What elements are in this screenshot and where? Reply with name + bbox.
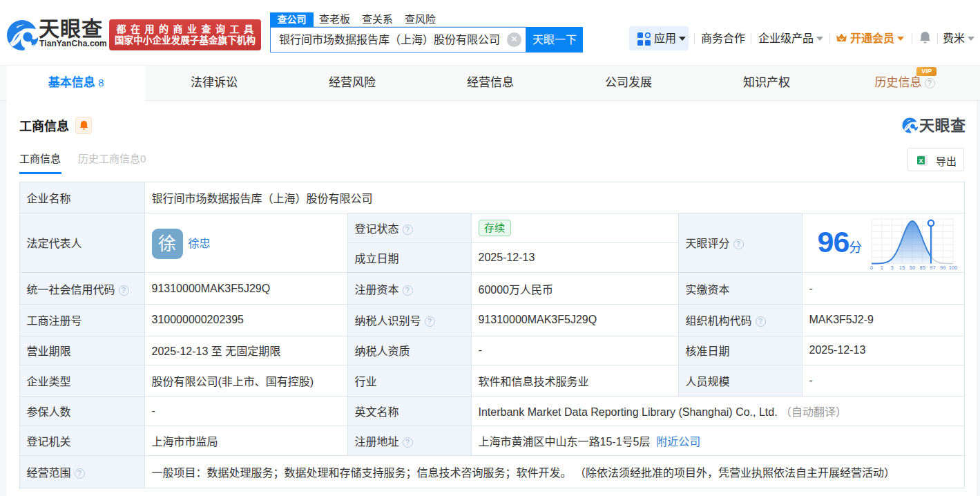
svg-text:97: 97 xyxy=(930,265,935,271)
svg-text:85: 85 xyxy=(919,265,925,271)
svg-text:1: 1 xyxy=(880,265,883,271)
svg-text:0: 0 xyxy=(869,265,872,271)
svg-text:3: 3 xyxy=(890,265,893,271)
svg-text:50: 50 xyxy=(909,265,914,271)
svg-text:99: 99 xyxy=(940,265,945,271)
svg-text:15: 15 xyxy=(899,265,905,271)
svg-text:X: X xyxy=(919,158,923,164)
svg-text:100: 100 xyxy=(948,265,957,271)
